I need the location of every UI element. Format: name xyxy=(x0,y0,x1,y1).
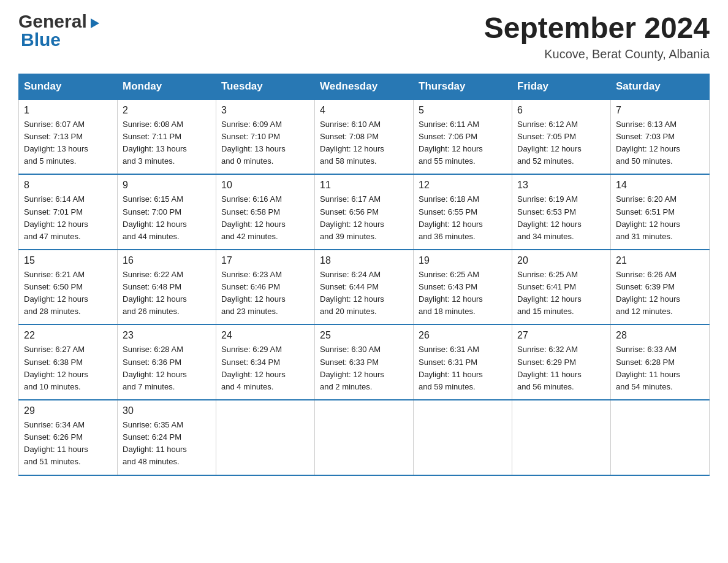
calendar-cell: 4Sunrise: 6:10 AMSunset: 7:08 PMDaylight… xyxy=(315,99,414,175)
calendar-cell: 23Sunrise: 6:28 AMSunset: 6:36 PMDayligh… xyxy=(118,324,216,400)
calendar-cell xyxy=(315,400,414,475)
calendar-table: Sunday Monday Tuesday Wednesday Thursday… xyxy=(18,74,710,476)
title-section: September 2024 Kucove, Berat County, Alb… xyxy=(484,12,710,61)
day-number: 22 xyxy=(24,330,112,341)
calendar-week-5: 29Sunrise: 6:34 AMSunset: 6:26 PMDayligh… xyxy=(19,400,710,475)
calendar-cell: 29Sunrise: 6:34 AMSunset: 6:26 PMDayligh… xyxy=(19,400,118,475)
day-info: Sunrise: 6:27 AMSunset: 6:38 PMDaylight:… xyxy=(24,343,112,393)
calendar-cell: 9Sunrise: 6:15 AMSunset: 7:00 PMDaylight… xyxy=(118,174,216,250)
calendar-cell: 27Sunrise: 6:32 AMSunset: 6:29 PMDayligh… xyxy=(512,324,611,400)
day-info: Sunrise: 6:22 AMSunset: 6:48 PMDaylight:… xyxy=(123,269,211,318)
day-number: 3 xyxy=(221,105,309,116)
day-number: 10 xyxy=(221,180,309,191)
day-number: 25 xyxy=(320,330,408,341)
day-info: Sunrise: 6:15 AMSunset: 7:00 PMDaylight:… xyxy=(123,193,211,243)
day-info: Sunrise: 6:18 AMSunset: 6:55 PMDaylight:… xyxy=(419,193,507,243)
day-number: 19 xyxy=(419,255,507,266)
day-number: 20 xyxy=(517,255,605,266)
day-info: Sunrise: 6:24 AMSunset: 6:44 PMDaylight:… xyxy=(320,269,408,318)
day-number: 1 xyxy=(24,105,112,116)
calendar-cell: 11Sunrise: 6:17 AMSunset: 6:56 PMDayligh… xyxy=(315,174,414,250)
calendar-week-1: 1Sunrise: 6:07 AMSunset: 7:13 PMDaylight… xyxy=(19,99,710,175)
day-number: 30 xyxy=(123,405,211,416)
calendar-cell: 3Sunrise: 6:09 AMSunset: 7:10 PMDaylight… xyxy=(216,99,315,175)
calendar-cell: 5Sunrise: 6:11 AMSunset: 7:06 PMDaylight… xyxy=(414,99,512,175)
calendar-cell: 12Sunrise: 6:18 AMSunset: 6:55 PMDayligh… xyxy=(414,174,512,250)
day-info: Sunrise: 6:12 AMSunset: 7:05 PMDaylight:… xyxy=(517,118,605,168)
day-info: Sunrise: 6:34 AMSunset: 6:26 PMDaylight:… xyxy=(24,419,112,469)
header-monday: Monday xyxy=(118,74,216,99)
day-info: Sunrise: 6:35 AMSunset: 6:24 PMDaylight:… xyxy=(123,419,211,469)
header-wednesday: Wednesday xyxy=(315,74,414,99)
day-number: 7 xyxy=(616,105,704,116)
logo-general-text: General xyxy=(18,12,87,31)
day-number: 2 xyxy=(123,105,211,116)
header-sunday: Sunday xyxy=(19,74,118,99)
day-info: Sunrise: 6:21 AMSunset: 6:50 PMDaylight:… xyxy=(24,269,112,318)
calendar-cell: 6Sunrise: 6:12 AMSunset: 7:05 PMDaylight… xyxy=(512,99,611,175)
day-info: Sunrise: 6:33 AMSunset: 6:28 PMDaylight:… xyxy=(616,343,704,393)
header-tuesday: Tuesday xyxy=(216,74,315,99)
day-number: 11 xyxy=(320,180,408,191)
header-saturday: Saturday xyxy=(611,74,710,99)
day-number: 8 xyxy=(24,180,112,191)
day-info: Sunrise: 6:25 AMSunset: 6:41 PMDaylight:… xyxy=(517,269,605,318)
day-info: Sunrise: 6:14 AMSunset: 7:01 PMDaylight:… xyxy=(24,193,112,243)
day-number: 13 xyxy=(517,180,605,191)
day-number: 16 xyxy=(123,255,211,266)
calendar-cell: 19Sunrise: 6:25 AMSunset: 6:43 PMDayligh… xyxy=(414,250,512,325)
calendar-title: September 2024 xyxy=(484,12,710,45)
calendar-cell xyxy=(414,400,512,475)
calendar-week-4: 22Sunrise: 6:27 AMSunset: 6:38 PMDayligh… xyxy=(19,324,710,400)
header-friday: Friday xyxy=(512,74,611,99)
day-number: 18 xyxy=(320,255,408,266)
day-number: 26 xyxy=(419,330,507,341)
day-info: Sunrise: 6:30 AMSunset: 6:33 PMDaylight:… xyxy=(320,343,408,393)
calendar-cell: 20Sunrise: 6:25 AMSunset: 6:41 PMDayligh… xyxy=(512,250,611,325)
day-number: 12 xyxy=(419,180,507,191)
calendar-cell: 16Sunrise: 6:22 AMSunset: 6:48 PMDayligh… xyxy=(118,250,216,325)
header-thursday: Thursday xyxy=(414,74,512,99)
calendar-body: 1Sunrise: 6:07 AMSunset: 7:13 PMDaylight… xyxy=(19,99,710,475)
day-info: Sunrise: 6:28 AMSunset: 6:36 PMDaylight:… xyxy=(123,343,211,393)
day-info: Sunrise: 6:09 AMSunset: 7:10 PMDaylight:… xyxy=(221,118,309,168)
calendar-cell: 13Sunrise: 6:19 AMSunset: 6:53 PMDayligh… xyxy=(512,174,611,250)
calendar-week-2: 8Sunrise: 6:14 AMSunset: 7:01 PMDaylight… xyxy=(19,174,710,250)
calendar-cell: 2Sunrise: 6:08 AMSunset: 7:11 PMDaylight… xyxy=(118,99,216,175)
calendar-cell: 10Sunrise: 6:16 AMSunset: 6:58 PMDayligh… xyxy=(216,174,315,250)
calendar-cell xyxy=(216,400,315,475)
day-info: Sunrise: 6:16 AMSunset: 6:58 PMDaylight:… xyxy=(221,193,309,243)
day-number: 27 xyxy=(517,330,605,341)
calendar-cell xyxy=(611,400,710,475)
logo: General Blue xyxy=(18,12,102,49)
logo-blue-text: Blue xyxy=(21,31,102,49)
day-number: 6 xyxy=(517,105,605,116)
day-number: 24 xyxy=(221,330,309,341)
day-info: Sunrise: 6:32 AMSunset: 6:29 PMDaylight:… xyxy=(517,343,605,393)
day-info: Sunrise: 6:26 AMSunset: 6:39 PMDaylight:… xyxy=(616,269,704,318)
day-number: 21 xyxy=(616,255,704,266)
day-info: Sunrise: 6:25 AMSunset: 6:43 PMDaylight:… xyxy=(419,269,507,318)
page-header: General Blue September 2024 Kucove, Bera… xyxy=(18,12,710,61)
day-info: Sunrise: 6:31 AMSunset: 6:31 PMDaylight:… xyxy=(419,343,507,393)
day-number: 5 xyxy=(419,105,507,116)
day-number: 14 xyxy=(616,180,704,191)
day-info: Sunrise: 6:20 AMSunset: 6:51 PMDaylight:… xyxy=(616,193,704,243)
day-info: Sunrise: 6:23 AMSunset: 6:46 PMDaylight:… xyxy=(221,269,309,318)
day-info: Sunrise: 6:08 AMSunset: 7:11 PMDaylight:… xyxy=(123,118,211,168)
calendar-cell: 17Sunrise: 6:23 AMSunset: 6:46 PMDayligh… xyxy=(216,250,315,325)
calendar-cell: 14Sunrise: 6:20 AMSunset: 6:51 PMDayligh… xyxy=(611,174,710,250)
day-number: 29 xyxy=(24,405,112,416)
calendar-cell xyxy=(512,400,611,475)
day-number: 15 xyxy=(24,255,112,266)
calendar-cell: 24Sunrise: 6:29 AMSunset: 6:34 PMDayligh… xyxy=(216,324,315,400)
svg-marker-0 xyxy=(91,18,99,28)
day-info: Sunrise: 6:11 AMSunset: 7:06 PMDaylight:… xyxy=(419,118,507,168)
calendar-subtitle: Kucove, Berat County, Albania xyxy=(484,47,710,61)
day-info: Sunrise: 6:13 AMSunset: 7:03 PMDaylight:… xyxy=(616,118,704,168)
calendar-cell: 25Sunrise: 6:30 AMSunset: 6:33 PMDayligh… xyxy=(315,324,414,400)
day-number: 9 xyxy=(123,180,211,191)
day-info: Sunrise: 6:19 AMSunset: 6:53 PMDaylight:… xyxy=(517,193,605,243)
calendar-cell: 26Sunrise: 6:31 AMSunset: 6:31 PMDayligh… xyxy=(414,324,512,400)
calendar-cell: 7Sunrise: 6:13 AMSunset: 7:03 PMDaylight… xyxy=(611,99,710,175)
